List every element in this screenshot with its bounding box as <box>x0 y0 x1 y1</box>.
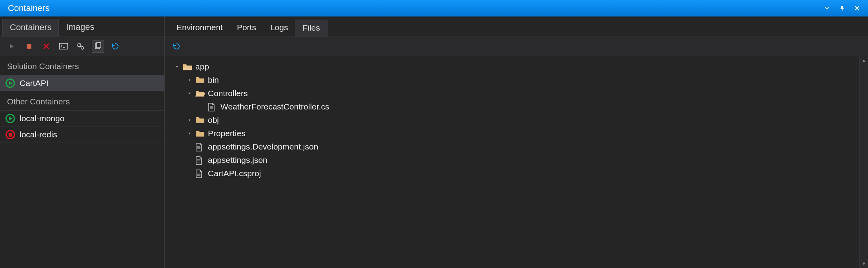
tree-file-appsettings[interactable]: · appsettings.json <box>174 153 859 167</box>
chevron-right-icon <box>187 118 192 122</box>
start-button[interactable] <box>5 40 18 53</box>
folder-icon <box>195 116 205 124</box>
tree-label: app <box>195 62 209 71</box>
tab-environment[interactable]: Environment <box>169 20 230 36</box>
svg-rect-5 <box>96 43 101 48</box>
scroll-track[interactable] <box>860 65 868 259</box>
svg-rect-1 <box>60 44 68 49</box>
body: Containers Images <box>0 16 868 268</box>
copy-button[interactable] <box>92 40 104 53</box>
right-panel: Environment Ports Logs Files <box>165 16 868 268</box>
chevron-down-icon <box>174 65 180 69</box>
folder-open-icon <box>195 89 205 97</box>
tree-label: bin <box>208 75 219 85</box>
file-icon <box>195 170 205 177</box>
chevron-right-icon <box>187 78 192 82</box>
tree-file-weatherforecastcontroller[interactable]: · WeatherForecastController.cs <box>174 100 859 113</box>
tree-file-csproj[interactable]: · CartAPI.csproj <box>174 167 859 180</box>
containers-tool-window: Containers Containers Images <box>0 0 868 268</box>
left-panel: Containers Images <box>0 16 165 268</box>
pin-icon[interactable] <box>837 3 848 14</box>
tab-logs[interactable]: Logs <box>263 20 295 36</box>
running-icon <box>5 114 15 123</box>
solution-container-list: CartAPI <box>0 75 164 91</box>
other-container-list: local-mongo local-redis <box>0 111 164 143</box>
container-label: local-redis <box>20 130 57 139</box>
stop-button[interactable] <box>23 40 35 53</box>
settings-button[interactable] <box>75 40 87 53</box>
tree-label: appsettings.json <box>208 155 267 165</box>
right-toolbar <box>165 36 868 56</box>
terminal-button[interactable] <box>57 40 70 53</box>
tree-label: CartAPI.csproj <box>208 169 261 178</box>
folder-icon <box>195 129 205 137</box>
left-toolbar <box>0 36 164 56</box>
container-label: CartAPI <box>20 78 49 88</box>
tree-folder-controllers[interactable]: Controllers <box>174 87 859 100</box>
container-label: local-mongo <box>20 114 64 123</box>
folder-open-icon <box>183 63 192 71</box>
tab-ports[interactable]: Ports <box>230 20 263 36</box>
chevron-right-icon <box>187 131 192 135</box>
section-other-header: Other Containers <box>0 91 164 111</box>
svg-rect-0 <box>27 44 31 49</box>
container-item-local-redis[interactable]: local-redis <box>0 127 164 143</box>
file-tree: app bin <box>165 56 859 268</box>
tree-folder-app[interactable]: app <box>174 60 859 73</box>
tab-images[interactable]: Images <box>59 19 101 36</box>
files-area: app bin <box>165 56 868 268</box>
running-icon <box>5 78 15 88</box>
tree-label: appsettings.Development.json <box>208 142 318 151</box>
tree-label: WeatherForecastController.cs <box>220 102 329 111</box>
refresh-left-button[interactable] <box>109 40 122 53</box>
left-tabs: Containers Images <box>0 16 164 36</box>
tree-folder-bin[interactable]: bin <box>174 73 859 87</box>
right-tabs: Environment Ports Logs Files <box>165 16 868 36</box>
tree-label: Controllers <box>208 89 248 98</box>
chevron-down-icon <box>187 91 192 95</box>
titlebar: Containers <box>0 0 868 16</box>
file-icon <box>195 156 205 164</box>
container-item-cartapi[interactable]: CartAPI <box>0 75 164 91</box>
container-item-local-mongo[interactable]: local-mongo <box>0 111 164 127</box>
tab-files[interactable]: Files <box>295 20 327 36</box>
tree-label: obj <box>208 115 219 125</box>
tree-file-appsettings-dev[interactable]: · appsettings.Development.json <box>174 140 859 153</box>
vertical-scrollbar[interactable]: ▲ ▼ <box>859 56 868 268</box>
scroll-down-icon[interactable]: ▼ <box>860 259 868 268</box>
close-icon[interactable] <box>852 3 863 14</box>
section-solution-header: Solution Containers <box>0 56 164 75</box>
tab-containers[interactable]: Containers <box>2 19 59 36</box>
tree-label: Properties <box>208 129 246 138</box>
file-icon <box>208 103 217 111</box>
stopped-icon <box>5 130 15 139</box>
folder-icon <box>195 76 205 84</box>
window-title: Containers <box>8 3 49 13</box>
file-icon <box>195 143 205 151</box>
tree-folder-obj[interactable]: obj <box>174 113 859 127</box>
window-dropdown-icon[interactable] <box>822 3 833 14</box>
scroll-up-icon[interactable]: ▲ <box>860 56 868 65</box>
tree-folder-properties[interactable]: Properties <box>174 127 859 140</box>
remove-button[interactable] <box>40 40 53 53</box>
refresh-files-button[interactable] <box>170 40 183 53</box>
